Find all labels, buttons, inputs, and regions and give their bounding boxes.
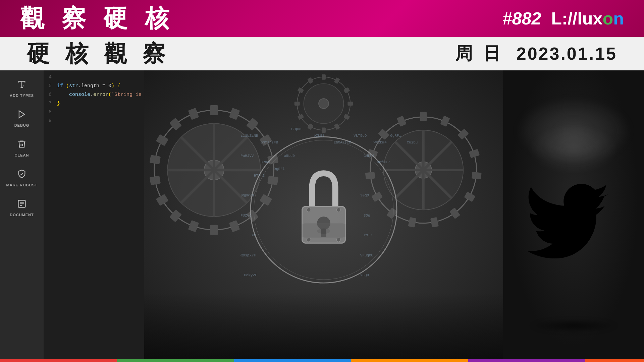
svg-text:wXZDm4: wXZDm4	[374, 140, 387, 144]
sidebar-item-clean[interactable]: CLEAN	[0, 133, 44, 163]
svg-rect-47	[365, 172, 375, 180]
code-line-4: 4	[44, 73, 144, 82]
day-of-week: 周 日	[455, 42, 503, 65]
svg-text:VkT5cO: VkT5cO	[354, 134, 367, 138]
brand-logo: L://luxon	[551, 8, 624, 28]
svg-rect-11	[210, 105, 218, 115]
svg-text:PaMJVV: PaMJVV	[240, 154, 254, 158]
svg-text:30gQ: 30gQ	[360, 194, 369, 198]
type-icon: >	[17, 80, 26, 92]
top-title: 觀 察 硬 核	[20, 2, 174, 35]
clean-label: CLEAN	[15, 153, 29, 157]
svg-text:0gRFi: 0gRFi	[390, 134, 401, 138]
svg-rect-69	[307, 77, 313, 84]
svg-text:GUi: GUi	[251, 233, 257, 237]
add-types-label: ADD TYPES	[10, 94, 34, 98]
svg-rect-23	[156, 194, 169, 206]
svg-rect-62	[343, 114, 350, 120]
svg-rect-65	[307, 123, 313, 130]
svg-rect-21	[188, 220, 199, 232]
main-image: i13bZiNB Omfsr2FB 1ZqHo bZNE8 EaOA2sID V…	[144, 70, 503, 359]
svg-rect-26	[156, 134, 169, 146]
sidebar-item-add-types[interactable]: > ADD TYPES	[0, 74, 44, 104]
bar-red	[0, 359, 117, 362]
svg-point-106	[317, 229, 330, 234]
bottom-gradient	[144, 292, 503, 359]
svg-rect-43	[430, 217, 439, 228]
svg-marker-3	[19, 111, 24, 118]
svg-text:@0spX7F: @0spX7F	[240, 253, 256, 257]
code-line-8: 8	[44, 108, 144, 117]
svg-text:EaOA2sID: EaOA2sID	[334, 140, 351, 144]
debug-icon	[17, 110, 26, 121]
code-line-9: 9	[44, 117, 144, 125]
code-line-7: 7 }	[44, 99, 144, 108]
svg-rect-20	[210, 225, 218, 235]
svg-text:GHKh0: GHKh0	[364, 154, 375, 158]
svg-rect-58	[322, 74, 326, 80]
svg-point-103	[307, 238, 311, 242]
svg-rect-59	[334, 77, 340, 84]
code-line-5: 5 if (str.length = 0) {	[44, 82, 144, 90]
svg-text:3Qg: 3Qg	[364, 214, 370, 218]
twitter-shadow	[530, 319, 617, 333]
svg-rect-50	[397, 116, 407, 127]
svg-rect-46	[371, 191, 383, 202]
date-text: 2023.01.15	[517, 44, 617, 64]
code-line-6: 6 console.error('String is empty')	[44, 90, 144, 99]
bar-orange	[351, 359, 468, 362]
svg-rect-60	[343, 87, 350, 93]
svg-rect-12	[229, 108, 240, 120]
clean-icon	[17, 139, 26, 151]
svg-text:9gRFi: 9gRFi	[274, 167, 285, 171]
svg-rect-16	[267, 176, 278, 185]
svg-rect-64	[322, 127, 326, 133]
svg-rect-61	[347, 102, 353, 106]
svg-text:w5Ld0: w5Ld0	[284, 154, 295, 158]
sub-title: 硬 核 觀 察	[27, 39, 170, 69]
svg-rect-40	[472, 172, 482, 180]
svg-text:Omfsr2FB: Omfsr2FB	[261, 140, 278, 144]
svg-text:i13bZiNB: i13bZiNB	[240, 134, 258, 138]
sidebar-item-document[interactable]: DOCUMENT	[0, 193, 44, 223]
bar-purple	[468, 359, 585, 362]
svg-rect-41	[464, 191, 475, 202]
svg-point-104	[337, 238, 341, 242]
svg-text:FUZvc: FUZvc	[240, 214, 252, 218]
code-editor: 4 5 if (str.length = 0) { 6 console.erro…	[44, 70, 144, 359]
svg-rect-68	[298, 87, 304, 93]
svg-text:CckyVF: CckyVF	[244, 273, 257, 277]
svg-text:CuiDu: CuiDu	[407, 140, 418, 144]
svg-rect-37	[440, 116, 450, 127]
shield-icon	[17, 169, 26, 181]
svg-rect-36	[420, 112, 427, 121]
svg-text:0qpRVm: 0qpRVm	[240, 194, 254, 198]
svg-rect-25	[150, 155, 161, 165]
document-icon	[17, 199, 26, 211]
svg-rect-63	[334, 123, 340, 130]
top-header: 觀 察 硬 核 #882 L://luxon	[0, 0, 644, 37]
svg-text:>: >	[22, 84, 24, 87]
main-content: > ADD TYPES DEBUG	[0, 70, 644, 359]
bar-deep-orange	[585, 359, 644, 362]
episode-number: #882	[502, 8, 541, 28]
svg-rect-44	[408, 217, 416, 228]
svg-point-57	[319, 99, 329, 109]
svg-point-102	[337, 208, 341, 212]
svg-text:rMI7: rMI7	[364, 233, 372, 237]
svg-rect-24	[150, 176, 161, 185]
top-right: #882 L://luxon	[502, 8, 624, 28]
twitter-bird-svg	[523, 165, 624, 265]
svg-rect-66	[298, 114, 304, 120]
svg-text:x3Q0: x3Q0	[360, 273, 369, 277]
sidebar-item-make-robust[interactable]: MAKE ROBUST	[0, 163, 44, 193]
sidebar: > ADD TYPES DEBUG	[0, 70, 44, 359]
sidebar-item-debug[interactable]: DEBUG	[0, 104, 44, 133]
right-panel	[503, 70, 644, 359]
bottom-color-bar	[0, 359, 644, 362]
svg-point-101	[307, 208, 311, 212]
sub-header: 硬 核 觀 察 周 日 2023.01.15	[0, 37, 644, 70]
svg-rect-28	[188, 108, 199, 120]
svg-text:VFuq0U: VFuq0U	[360, 253, 373, 257]
svg-rect-17	[260, 194, 272, 206]
